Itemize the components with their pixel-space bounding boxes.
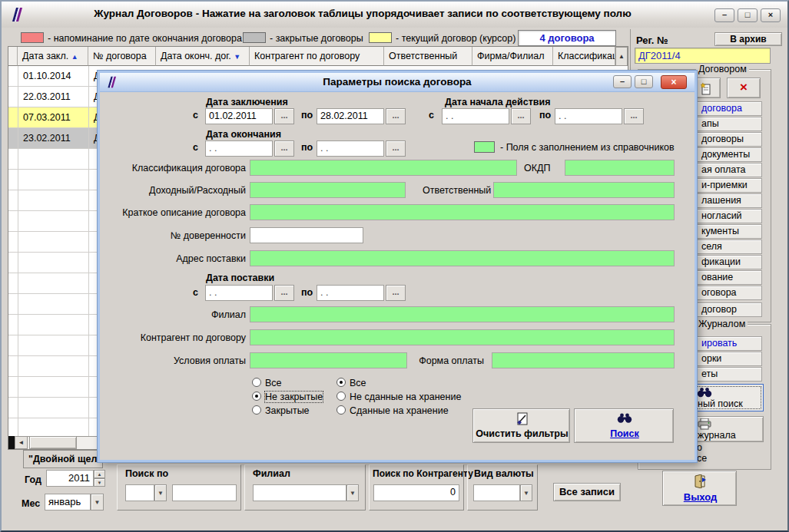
end-from-picker-button[interactable]: ... (274, 140, 294, 157)
end-to-picker-button[interactable]: ... (386, 140, 406, 157)
radio-stored-label[interactable]: Сданные на хранение (350, 405, 449, 416)
search-by-select[interactable] (125, 484, 154, 501)
classification-field[interactable] (250, 160, 517, 176)
cell-date: 01.10.2014 (19, 66, 71, 86)
minimize-icon[interactable]: – (714, 8, 734, 22)
branch-select[interactable] (253, 484, 346, 501)
column-header-classification[interactable]: Классификац (553, 47, 615, 66)
radio-not-stored[interactable] (336, 392, 346, 401)
conclusion-to-picker-button[interactable]: ... (386, 108, 406, 124)
spinner-up-icon[interactable]: ▲ (94, 470, 105, 478)
radio-open-contracts[interactable] (252, 392, 261, 401)
dialog-branch-field[interactable] (250, 306, 675, 322)
dialog-title: Параметры поиска договора (100, 76, 695, 88)
search-by-dropdown-arrow-icon[interactable]: ▼ (154, 484, 167, 501)
currency-group: Вид валюты ▼ (467, 464, 538, 511)
branch-dropdown-arrow-icon[interactable]: ▼ (346, 484, 359, 501)
month-select[interactable]: январь (45, 494, 91, 511)
all-records-button[interactable]: Все записи (553, 483, 621, 501)
delivery-to-input[interactable]: . . (317, 285, 384, 301)
column-header-date-concluded[interactable]: Дата закл. ▲ (18, 47, 88, 66)
legend-reminder-label: - напоминание по дате окончания договора (48, 33, 242, 44)
start-to-picker-button[interactable]: ... (624, 108, 644, 124)
delete-contract-button[interactable]: × (727, 78, 761, 98)
payment-form-label: Форма оплаты (419, 355, 484, 366)
scroll-left-icon[interactable]: ◄ (15, 436, 28, 449)
cell-date: 22.03.2011 (19, 87, 71, 107)
search-dialog: Параметры поиска договора – □ × Дата зак… (98, 71, 697, 462)
radio-closed-contracts[interactable] (252, 405, 261, 415)
conclusion-from-input[interactable]: 01.02.2011 (205, 108, 273, 124)
dialog-search-button[interactable]: Поиск (574, 408, 674, 443)
payment-form-field[interactable] (492, 352, 675, 368)
attorney-number-label: № доверенности (108, 230, 246, 241)
conclusion-to-input[interactable]: 28.02.2011 (317, 108, 384, 124)
radio-all-contracts[interactable] (252, 378, 261, 387)
radio-stored[interactable] (336, 405, 346, 415)
reg-number-label: Рег. № (636, 35, 668, 46)
end-to-input[interactable]: . . (317, 140, 384, 157)
payment-terms-field[interactable] (250, 352, 407, 368)
radio-all-storage-label[interactable]: Все (350, 378, 366, 388)
dialog-contractor-field[interactable] (250, 329, 675, 345)
exit-door-icon (692, 474, 708, 488)
spinner-down-icon[interactable]: ▼ (94, 478, 105, 487)
end-from-input[interactable]: . . (205, 140, 273, 157)
archive-button[interactable]: В архив (714, 32, 782, 46)
radio-not-stored-label[interactable]: Не сданные на хранение (350, 392, 461, 402)
contractor-search-input[interactable]: 0 (373, 484, 459, 501)
start-to-input[interactable]: . . (555, 108, 622, 124)
clear-filters-button[interactable]: Очистить фильтры (472, 408, 570, 443)
print-journal-label: журнала (698, 430, 736, 441)
okdp-field[interactable] (565, 160, 675, 176)
radio-all-contracts-label[interactable]: Все (265, 378, 282, 388)
scrollbar-thumb[interactable] (29, 436, 77, 449)
column-header-contract-number[interactable]: № договора (88, 47, 156, 66)
clear-filters-icon (516, 412, 529, 426)
start-from-picker-button[interactable]: ... (511, 108, 531, 124)
responsible-field[interactable] (493, 182, 675, 198)
description-field[interactable] (250, 204, 675, 220)
radio-all-storage[interactable] (336, 378, 346, 387)
income-expense-field[interactable] (250, 182, 406, 198)
month-label: Мес (22, 498, 40, 509)
delivery-from-input[interactable]: . . (205, 285, 273, 301)
radio-open-contracts-label[interactable]: Не закрытые (265, 392, 323, 402)
start-from-input[interactable]: . . (442, 108, 509, 124)
currency-select[interactable] (473, 484, 520, 501)
cell-date: 23.02.2011 (19, 128, 71, 148)
responsible-label: Ответственный (423, 185, 490, 196)
radio-closed-contracts-label[interactable]: Закрытые (265, 405, 310, 416)
attorney-number-field[interactable] (250, 227, 363, 243)
dialog-maximize-icon[interactable]: □ (635, 75, 653, 88)
search-by-input[interactable] (172, 484, 237, 501)
print-journal-button[interactable]: журнала (690, 416, 764, 442)
divider (630, 29, 631, 72)
conclusion-from-picker-button[interactable]: ... (274, 108, 294, 124)
to-label: по (301, 110, 313, 121)
sidebar-fragment: се (697, 453, 707, 464)
to-label: по (539, 110, 551, 121)
month-dropdown-arrow-icon[interactable]: ▼ (91, 494, 104, 511)
maximize-icon[interactable]: □ (738, 8, 758, 22)
column-header-responsible[interactable]: Ответственный (384, 47, 472, 66)
reg-number-field[interactable]: ДГ2011/4 (635, 48, 771, 64)
column-header-contractor[interactable]: Контрагент по договору (250, 47, 384, 66)
exit-button[interactable]: Выход (662, 471, 737, 506)
currency-dropdown-arrow-icon[interactable]: ▼ (520, 484, 532, 501)
extended-search-button[interactable]: ный поиск (690, 384, 764, 411)
column-header-date-end[interactable]: Дата оконч. дог. ▼ (156, 47, 250, 66)
delivery-from-picker-button[interactable]: ... (274, 285, 294, 301)
dialog-minimize-icon[interactable]: – (613, 75, 632, 88)
legend-closed-label: - закрытые договоры (270, 33, 363, 44)
year-field[interactable]: 2011 (46, 470, 94, 487)
delivery-to-picker-button[interactable]: ... (386, 285, 406, 301)
dialog-close-icon[interactable]: × (661, 75, 687, 89)
scroll-up-icon[interactable]: ▲ (615, 47, 628, 66)
dialog-titlebar[interactable]: Параметры поиска договора – □ × (100, 73, 695, 92)
column-header-firm[interactable]: Фирма/Филиал (472, 47, 553, 66)
hint-box: "Двойной щел (23, 450, 103, 468)
close-icon[interactable]: × (761, 8, 781, 22)
red-x-icon: × (740, 80, 748, 94)
delivery-address-field[interactable] (250, 250, 675, 266)
